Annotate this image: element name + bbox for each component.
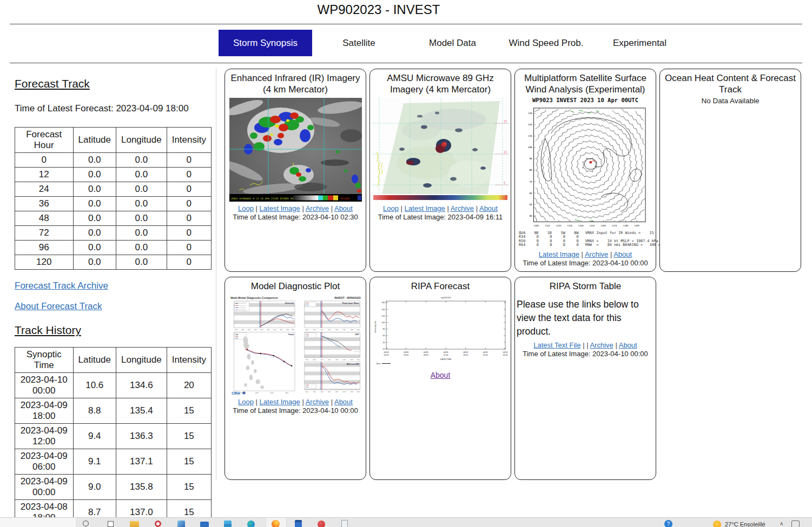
table-row: 240.00.00 bbox=[15, 182, 212, 197]
table-cell: 0.0 bbox=[116, 153, 167, 168]
tick-label: 5N bbox=[529, 203, 532, 206]
latest-image-link[interactable]: Latest Image bbox=[260, 204, 300, 212]
table-cell: 0 bbox=[167, 211, 211, 226]
tab-model-data[interactable]: Model Data bbox=[406, 30, 499, 56]
table-cell: 0 bbox=[167, 197, 211, 211]
panel-title: Model Diagnostic Plot bbox=[228, 281, 362, 292]
page-title: WP902023 - INVEST bbox=[0, 2, 757, 17]
table-cell: 24 bbox=[15, 182, 74, 197]
tick-label: 134E bbox=[578, 224, 584, 227]
edge-browser-icon[interactable] bbox=[247, 521, 255, 527]
tick-label: 04/09 bbox=[384, 351, 389, 353]
latest-image-link[interactable]: Latest Image bbox=[260, 398, 300, 406]
notepad-icon[interactable] bbox=[341, 520, 348, 527]
table-row: 2023-04-09 18:008.8135.415 bbox=[15, 398, 212, 424]
red-ring-app-icon[interactable] bbox=[155, 521, 161, 527]
loop-link[interactable]: Loop bbox=[238, 204, 254, 212]
weather-sun-icon[interactable] bbox=[713, 521, 721, 527]
link-separator: | bbox=[610, 250, 612, 258]
tick-label: 135E bbox=[590, 224, 596, 227]
model-diagnostic-image: Multi-Model Diagnostic Comparison INVEST… bbox=[229, 295, 362, 395]
table-row: 2023-04-10 00:0010.6134.620 bbox=[15, 373, 212, 398]
table-cell: 2023-04-10 00:00 bbox=[15, 373, 74, 398]
about-forecast-track-link[interactable]: About Forecast Track bbox=[15, 301, 212, 312]
about-link[interactable]: About bbox=[431, 371, 451, 379]
taskbar-weather-text[interactable]: 27°C Ensoleillé bbox=[725, 521, 765, 527]
archive-link[interactable]: Archive bbox=[590, 341, 613, 349]
tick-label: 8N bbox=[529, 169, 532, 171]
table-cell: 120 bbox=[15, 255, 74, 270]
table-cell: 9.0 bbox=[73, 475, 116, 500]
about-link[interactable]: About bbox=[479, 204, 498, 212]
tab-wind-speed-prob[interactable]: Wind Speed Prob. bbox=[499, 30, 593, 56]
table-cell: 0.0 bbox=[116, 182, 167, 197]
amsu-lat-label: 10 bbox=[504, 150, 507, 154]
red-app-icon[interactable] bbox=[318, 521, 325, 527]
about-link[interactable]: About bbox=[334, 204, 353, 212]
table-cell: 135.8 bbox=[116, 475, 167, 500]
latest-text-file-link[interactable]: Latest Text File bbox=[533, 341, 580, 349]
panel-title: Ocean Heat Content & Forecast Track bbox=[663, 72, 797, 95]
table-cell: 72 bbox=[15, 226, 74, 241]
panel-links: About bbox=[370, 371, 511, 379]
table-cell: 0 bbox=[167, 153, 211, 168]
tick-label: 10N bbox=[527, 146, 532, 149]
archive-link[interactable]: Archive bbox=[306, 398, 329, 406]
store-app-icon[interactable] bbox=[224, 521, 232, 527]
table-cell: 0.0 bbox=[73, 255, 116, 270]
about-link[interactable]: About bbox=[613, 250, 632, 258]
link-separator: | bbox=[256, 398, 258, 406]
tick-label: 08:00 bbox=[424, 354, 428, 356]
track-history-table: Synoptic Time Latitude Longitude Intensi… bbox=[15, 347, 212, 527]
link-separator: | bbox=[256, 204, 258, 212]
tray-chevron-icon[interactable]: ∧ bbox=[780, 521, 783, 526]
latest-image-link[interactable]: Latest Image bbox=[539, 250, 579, 258]
archive-link[interactable]: Archive bbox=[451, 204, 474, 212]
table-row: 00.00.00 bbox=[15, 153, 212, 168]
calculator-icon[interactable] bbox=[295, 520, 302, 527]
panel-ripa-forecast: RIPA Forecast wp902023 Intensity (kt) 16… bbox=[369, 277, 511, 480]
no-data-message: No Data Available bbox=[660, 97, 801, 105]
tick-label: 136E bbox=[600, 224, 606, 227]
link-separator: | bbox=[615, 341, 617, 349]
wind-stats-text: QUA NE SE SW NW VMAX Input for IR Winds … bbox=[519, 231, 656, 248]
tray-display-icon[interactable] bbox=[791, 521, 800, 527]
main-tabs: Storm Synopsis Satellite Model Data Wind… bbox=[219, 30, 686, 56]
search-icon[interactable] bbox=[83, 521, 89, 526]
archive-link[interactable]: Archive bbox=[306, 204, 329, 212]
tab-experimental[interactable]: Experimental bbox=[593, 30, 686, 56]
table-cell: 15 bbox=[167, 424, 211, 449]
archive-link[interactable]: Archive bbox=[585, 250, 608, 258]
ir-watermark: MCIDAS bbox=[341, 197, 350, 200]
photos-app-icon[interactable] bbox=[177, 521, 185, 527]
sidebar-divider bbox=[216, 69, 216, 480]
firefox-browser-icon[interactable] bbox=[272, 520, 280, 527]
tick-label: 04/09 bbox=[424, 351, 428, 353]
tick-label: 120 bbox=[381, 315, 385, 317]
briefcase-app-icon[interactable] bbox=[200, 522, 209, 527]
forecast-track-heading: Forecast Track bbox=[15, 77, 212, 90]
help-icon[interactable]: ? bbox=[664, 520, 672, 527]
tick-label: 04/09 bbox=[443, 351, 448, 353]
tab-storm-synopsis[interactable]: Storm Synopsis bbox=[219, 30, 312, 56]
table-cell: 15 bbox=[167, 449, 211, 475]
loop-link[interactable]: Loop bbox=[383, 204, 399, 212]
loop-link[interactable]: Loop bbox=[238, 398, 254, 406]
table-cell: 0.0 bbox=[116, 211, 167, 226]
panel-title: AMSU Microwave 89 GHz Imagery (4 km Merc… bbox=[373, 72, 507, 95]
tick-label: 16:00 bbox=[463, 354, 468, 356]
about-link[interactable]: About bbox=[334, 398, 353, 406]
tick-label: 04/09 bbox=[404, 351, 408, 353]
link-separator: | bbox=[447, 204, 448, 212]
panel-links: Latest Image | Archive | About bbox=[515, 250, 656, 258]
table-cell: 2023-04-09 12:00 bbox=[15, 424, 74, 449]
panel-title: Multiplatform Satellite Surface Wind Ana… bbox=[518, 72, 652, 95]
task-view-icon[interactable] bbox=[108, 521, 114, 527]
forecast-track-archive-link[interactable]: Forecast Track Archive bbox=[15, 281, 212, 291]
table-cell: 0.0 bbox=[73, 197, 116, 211]
tick-label: 13N bbox=[527, 112, 532, 115]
about-link[interactable]: About bbox=[619, 341, 637, 349]
file-explorer-icon[interactable] bbox=[130, 521, 139, 527]
tab-satellite[interactable]: Satellite bbox=[312, 30, 406, 56]
latest-image-link[interactable]: Latest Image bbox=[405, 204, 445, 212]
